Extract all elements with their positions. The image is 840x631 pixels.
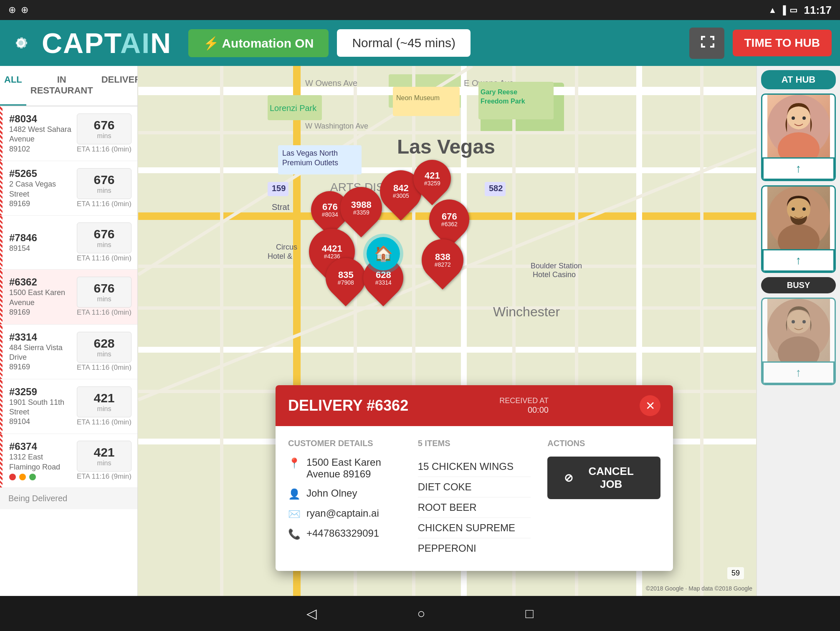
svg-point-53 bbox=[802, 116, 806, 120]
driver-avatar-1 bbox=[767, 95, 830, 157]
map-background: Las Vegas ARTS DISTRICT Winchester W Owe… bbox=[138, 66, 757, 596]
scale-indicator: 59 bbox=[727, 567, 744, 579]
map-marker[interactable]: 676 #6362 bbox=[429, 199, 469, 240]
phone-text: +447863329091 bbox=[306, 528, 379, 539]
person-icon: 👤 bbox=[288, 488, 301, 500]
driver-up-button-3[interactable]: ↑ bbox=[762, 361, 835, 384]
svg-point-62 bbox=[792, 320, 795, 323]
list-item: DIET COKE bbox=[418, 477, 531, 497]
driver-card-2[interactable]: ↑ bbox=[761, 185, 836, 273]
android-icon: ⊕ bbox=[8, 5, 16, 15]
driver-up-button-1[interactable]: ↑ bbox=[762, 157, 835, 180]
sidebar: ALL IN RESTAURANT DELIVERING #8034 1482 … bbox=[0, 66, 138, 596]
list-item[interactable]: #6374 1312 East Flamingo Road bbox=[0, 434, 137, 488]
list-item[interactable]: #5265 2 Casa Vegas Street 89169 676 mins… bbox=[0, 161, 137, 216]
driver-up-button-2[interactable]: ↑ bbox=[762, 249, 835, 272]
customer-section-title: CUSTOMER DETAILS bbox=[288, 439, 401, 448]
delivery-id: #3314 bbox=[9, 331, 73, 343]
svg-point-58 bbox=[802, 207, 806, 211]
list-item: 15 CHICKEN WINGS bbox=[418, 457, 531, 477]
actions-section: ACTIONS ⊘ CANCEL JOB bbox=[547, 439, 660, 558]
gear-icon[interactable] bbox=[8, 30, 33, 56]
cancel-label: CANCEL JOB bbox=[578, 465, 644, 491]
delivery-address: 1312 East Flamingo Road bbox=[9, 452, 73, 480]
right-panel: AT HUB bbox=[757, 66, 840, 596]
driver-avatar-2 bbox=[767, 187, 830, 249]
cancel-icon: ⊘ bbox=[564, 472, 573, 485]
svg-point-52 bbox=[792, 116, 795, 120]
logo-n: N bbox=[150, 27, 172, 59]
content-area: ALL IN RESTAURANT DELIVERING #8034 1482 … bbox=[0, 66, 840, 596]
tab-in-restaurant[interactable]: IN RESTAURANT bbox=[26, 66, 97, 106]
time-box: 421 mins ETA 11:16 (9min) bbox=[77, 441, 132, 481]
list-item[interactable]: #8034 1482 West Sahara Avenue 89102 676 … bbox=[0, 106, 137, 161]
home-button[interactable]: ○ bbox=[409, 602, 433, 626]
being-delivered-label: Being Delivered bbox=[0, 488, 137, 509]
time-box: 628 mins ETA 11:16 (0min) bbox=[77, 332, 132, 372]
time-box: 676 mins ETA 11:16 (0min) bbox=[77, 222, 132, 262]
recent-button[interactable]: □ bbox=[517, 602, 542, 626]
delivery-id: #3259 bbox=[9, 386, 73, 398]
name-text: John Olney bbox=[306, 487, 357, 499]
customer-phone: 📞 +447863329091 bbox=[288, 528, 401, 540]
cancel-job-button[interactable]: ⊘ CANCEL JOB bbox=[547, 457, 660, 499]
delivery-address: 484 Sierra Vista Drive 89169 bbox=[9, 343, 73, 372]
list-item: PEPPERONI bbox=[418, 538, 531, 558]
delivery-id: #7846 bbox=[9, 232, 73, 244]
svg-point-63 bbox=[802, 320, 806, 323]
received-label: RECEIVED AT bbox=[499, 396, 549, 405]
list-item[interactable]: #6362 1500 East Karen Avenue 89169 676 m… bbox=[0, 270, 137, 324]
delivery-address: 1500 East Karen Avenue 89169 bbox=[9, 288, 73, 317]
items-section-title: 5 ITEMS bbox=[418, 439, 531, 448]
email-text: ryan@captain.ai bbox=[306, 507, 379, 519]
delivery-info: #6374 1312 East Flamingo Road bbox=[6, 441, 73, 480]
signal-icon: ▐ bbox=[780, 5, 786, 15]
driver-card-1[interactable]: ↑ bbox=[761, 93, 836, 181]
status-bar: ⊕ ⊕ ▲ ▐ ▭ 11:17 bbox=[0, 0, 840, 20]
modal-title-area: DELIVERY #6362 bbox=[288, 397, 408, 414]
map-marker[interactable]: 838 #8272 bbox=[422, 239, 463, 281]
captain-logo: CAPTAIN bbox=[42, 27, 172, 59]
list-item: CHICKEN SUPREME bbox=[418, 518, 531, 538]
delivery-id: #8034 bbox=[9, 113, 73, 125]
busy-badge: BUSY bbox=[761, 277, 836, 293]
list-item[interactable]: #3314 484 Sierra Vista Drive 89169 628 m… bbox=[0, 325, 137, 379]
tab-bar: ALL IN RESTAURANT DELIVERING bbox=[0, 66, 137, 106]
delivery-list: #8034 1482 West Sahara Avenue 89102 676 … bbox=[0, 106, 137, 596]
delivery-modal: DELIVERY #6362 RECEIVED AT 00:00 ✕ bbox=[276, 385, 673, 571]
received-time: 00:00 bbox=[499, 405, 549, 415]
copyright-text: ©2018 Google · Map data ©2018 Google bbox=[646, 585, 752, 592]
list-item[interactable]: #7846 89154 676 mins ETA 11:16 (0min) bbox=[0, 216, 137, 270]
normal-time-button[interactable]: Normal (~45 mins) bbox=[337, 29, 471, 57]
bottom-nav: ◁ ○ □ bbox=[0, 596, 840, 631]
items-list: 15 CHICKEN WINGS DIET COKE ROOT BEER CHI… bbox=[418, 457, 531, 558]
map-marker[interactable]: 3988 #3359 bbox=[340, 187, 382, 229]
address-icon: 📍 bbox=[288, 457, 301, 469]
top-nav: CAPTAIN ⚡ Automation ON Normal (~45 mins… bbox=[0, 20, 840, 66]
list-item: ROOT BEER bbox=[418, 497, 531, 518]
time-box: 676 mins ETA 11:16 (0min) bbox=[77, 168, 132, 208]
logo-capt: CAPT bbox=[42, 27, 120, 59]
time-box: 676 mins ETA 11:16 (0min) bbox=[77, 277, 132, 317]
tab-delivering[interactable]: DELIVERING bbox=[97, 66, 138, 106]
map-marker[interactable]: 835 #7908 bbox=[326, 258, 366, 298]
delivery-info: #3259 1901 South 11th Street 89104 bbox=[6, 386, 73, 427]
delivery-info: #8034 1482 West Sahara Avenue 89102 bbox=[6, 113, 73, 154]
driver-card-3[interactable]: ↑ bbox=[761, 298, 836, 385]
customer-email: ✉️ ryan@captain.ai bbox=[288, 507, 401, 520]
list-item[interactable]: #3259 1901 South 11th Street 89104 421 m… bbox=[0, 379, 137, 434]
time-box: 676 mins ETA 11:16 (0min) bbox=[77, 114, 132, 154]
wifi-icon: ▲ bbox=[769, 5, 777, 15]
status-bar-right: ▲ ▐ ▭ 11:17 bbox=[769, 4, 832, 17]
time-to-hub-button[interactable]: TIME TO HUB bbox=[733, 30, 832, 56]
hub-marker[interactable]: 🏠 bbox=[367, 237, 400, 270]
map-area: Las Vegas ARTS DISTRICT Winchester W Owe… bbox=[138, 66, 757, 596]
back-button[interactable]: ◁ bbox=[298, 601, 325, 626]
automation-button[interactable]: ⚡ Automation ON bbox=[188, 29, 329, 57]
fullscreen-button[interactable] bbox=[689, 28, 724, 59]
modal-close-button[interactable]: ✕ bbox=[640, 395, 660, 416]
tab-all[interactable]: ALL bbox=[0, 66, 26, 106]
battery-icon: ▭ bbox=[789, 5, 797, 15]
delivery-id: #6362 bbox=[9, 276, 73, 288]
map-marker[interactable]: 421 #3259 bbox=[413, 160, 451, 197]
